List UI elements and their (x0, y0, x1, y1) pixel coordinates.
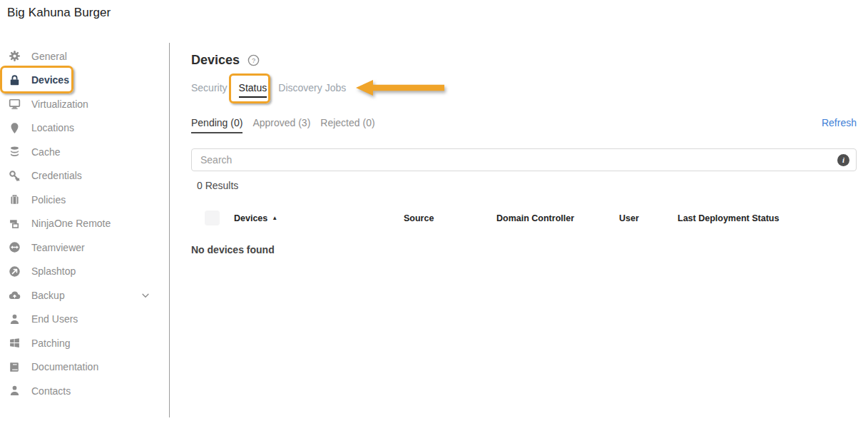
book-icon (9, 361, 21, 373)
search-input[interactable] (191, 148, 857, 171)
empty-table-message: No devices found (191, 244, 857, 255)
column-header-last-deployment-status[interactable]: Last Deployment Status (678, 213, 857, 223)
sidebar-item-teamviewer[interactable]: Teamviewer (0, 235, 169, 260)
approval-subtabs: Pending (0) Approved (3) Rejected (0) Re… (191, 117, 857, 133)
location-pin-icon (9, 122, 21, 134)
subtab-approved[interactable]: Approved (3) (252, 117, 310, 133)
sidebar-item-locations[interactable]: Locations (0, 116, 169, 141)
results-count: 0 Results (191, 180, 857, 191)
svg-text:?: ? (252, 57, 255, 64)
select-all-checkbox[interactable] (205, 210, 220, 225)
sidebar-item-label: Cache (31, 146, 60, 158)
help-icon[interactable]: ? (247, 54, 260, 66)
sidebar-item-splashtop[interactable]: Splashtop (0, 260, 169, 284)
sidebar-item-label: General (31, 51, 67, 62)
devices-table-header: Devices ▲ Source Domain Controller User … (191, 210, 857, 225)
sidebar-item-label: Teamviewer (31, 242, 85, 253)
settings-layout: General Devices Virtualization Locations… (0, 43, 868, 421)
sort-ascending-icon: ▲ (272, 215, 277, 221)
chevron-down-icon[interactable] (141, 290, 150, 300)
sidebar-item-documentation[interactable]: Documentation (0, 355, 169, 380)
column-header-source[interactable]: Source (404, 213, 496, 223)
circle-double-arrow-icon (9, 241, 21, 253)
sidebar-item-virtualization[interactable]: Virtualization (0, 92, 169, 116)
sidebar-item-contacts[interactable]: Contacts (0, 379, 169, 403)
tab-status[interactable]: Status (239, 82, 267, 98)
sidebar-item-label: Documentation (31, 361, 98, 372)
search-bar: i (191, 148, 857, 171)
sidebar-item-label: Devices (31, 74, 69, 86)
sidebar-item-end-users[interactable]: End Users (0, 308, 169, 332)
gear-icon (9, 50, 21, 62)
sidebar-item-label: Credentials (31, 170, 82, 181)
sidebar-item-label: Locations (31, 122, 74, 133)
page-heading-row: Devices ? (191, 43, 857, 68)
circle-diagonal-arrow-icon (9, 265, 21, 278)
sidebar-item-patching[interactable]: Patching (0, 331, 169, 355)
lock-icon (9, 74, 21, 86)
sidebar-item-label: Virtualization (31, 98, 88, 110)
key-icon (9, 170, 21, 182)
refresh-link[interactable]: Refresh (822, 117, 857, 128)
settings-sidebar: General Devices Virtualization Locations… (0, 43, 170, 417)
sidebar-item-label: NinjaOne Remote (31, 218, 111, 229)
search-info-icon[interactable]: i (837, 154, 849, 166)
monitor-icon (9, 98, 21, 110)
sidebar-item-label: Contacts (31, 385, 71, 397)
column-header-user[interactable]: User (619, 213, 678, 223)
sidebar-item-label: End Users (31, 313, 78, 325)
sidebar-item-cache[interactable]: Cache (0, 140, 169, 164)
column-header-devices[interactable]: Devices ▲ (234, 213, 404, 223)
tab-security[interactable]: Security (191, 82, 228, 98)
devices-settings-panel: Devices ? Security Status Discovery Jobs… (170, 43, 868, 421)
sidebar-item-devices[interactable]: Devices (0, 69, 169, 93)
sidebar-item-credentials[interactable]: Credentials (0, 164, 169, 188)
subtab-pending[interactable]: Pending (0) (191, 117, 242, 133)
person-icon (9, 385, 21, 397)
database-icon (9, 146, 21, 158)
sidebar-item-ninjaone-remote[interactable]: NinjaOne Remote (0, 212, 169, 236)
devices-tabs: Security Status Discovery Jobs (191, 82, 857, 98)
sidebar-item-general[interactable]: General (0, 44, 169, 69)
org-header: Big Kahuna Burger (0, 0, 868, 43)
sidebar-item-policies[interactable]: Policies (0, 188, 169, 212)
person-icon (9, 313, 21, 325)
cloud-upload-icon (9, 289, 21, 301)
remote-windows-icon (9, 218, 21, 230)
column-header-domain-controller[interactable]: Domain Controller (496, 213, 619, 223)
org-title: Big Kahuna Burger (7, 6, 111, 19)
tab-discovery-jobs[interactable]: Discovery Jobs (278, 82, 346, 98)
sidebar-item-backup[interactable]: Backup (0, 283, 169, 308)
page-title: Devices (191, 53, 240, 68)
sidebar-item-label: Patching (31, 338, 70, 349)
sidebar-item-label: Policies (31, 194, 66, 206)
windows-logo-icon (9, 337, 21, 349)
briefcase-icon (9, 193, 21, 206)
sidebar-item-label: Backup (31, 290, 65, 301)
sidebar-item-label: Splashtop (31, 265, 76, 277)
subtab-rejected[interactable]: Rejected (0) (320, 117, 374, 133)
